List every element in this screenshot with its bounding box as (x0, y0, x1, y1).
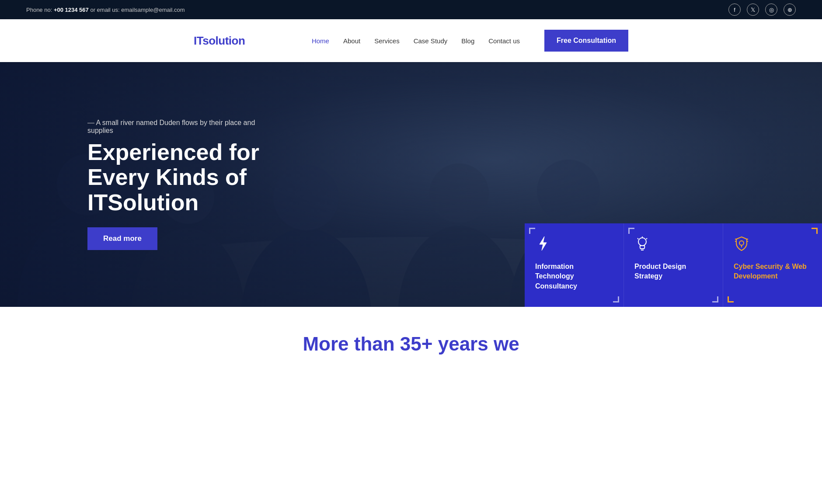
corner-decoration-br (613, 296, 619, 302)
bottom-heading-highlight: 35+ (400, 333, 433, 355)
hero-subtitle: A small river named Duden flows by their… (87, 119, 271, 135)
top-bar: Phone no: +00 1234 567 or email us: emai… (0, 0, 822, 19)
bulb-icon (634, 236, 712, 255)
hero-title-line2: Every Kinds of ITSolution (87, 164, 247, 215)
corner-decoration-tl2 (628, 228, 634, 234)
corner-decoration (529, 228, 535, 234)
email-link[interactable]: emailsample@email.com (121, 7, 185, 13)
twitter-icon[interactable]: 𝕏 (747, 3, 759, 16)
instagram-icon[interactable]: ◎ (765, 3, 777, 16)
service-card-title-2: Product Design Strategy (634, 262, 712, 282)
hero-title-line1: Experienced for (87, 139, 259, 165)
phone-number: +00 1234 567 (54, 7, 89, 13)
bottom-teaser-section: More than 35+ years we (0, 307, 822, 372)
svg-line-17 (637, 238, 638, 239)
nav-case-study[interactable]: Case Study (414, 37, 448, 45)
social-links: f 𝕏 ◎ ⊕ (728, 3, 796, 16)
bottom-heading-post: years we (432, 333, 519, 355)
read-more-button[interactable]: Read more (87, 227, 157, 250)
nav-blog[interactable]: Blog (461, 37, 474, 45)
email-label: or email us: (90, 7, 119, 13)
contact-info: Phone no: +00 1234 567 or email us: emai… (26, 7, 185, 13)
service-cards: Information Technology Consultancy Prod (525, 223, 822, 307)
service-card-title-1: Information Technology Consultancy (535, 262, 613, 291)
logo-highlight: IT (194, 34, 202, 47)
nav-links: Home About Services Case Study Blog Cont… (312, 30, 628, 52)
hero-content: A small river named Duden flows by their… (0, 84, 271, 285)
nav-home[interactable]: Home (312, 37, 329, 45)
svg-line-16 (646, 238, 647, 239)
logo-text: solution (202, 34, 245, 47)
bottom-heading-pre: More than (303, 333, 400, 355)
bottom-heading: More than 35+ years we (9, 333, 813, 355)
service-card-product-design[interactable]: Product Design Strategy (624, 223, 723, 307)
nav-services[interactable]: Services (374, 37, 400, 45)
shield-icon (734, 236, 812, 255)
hero-title: Experienced for Every Kinds of ITSolutio… (87, 140, 271, 215)
logo[interactable]: ITsolution (194, 34, 245, 48)
corner-decoration-br2 (712, 296, 718, 302)
service-card-info-tech[interactable]: Information Technology Consultancy (525, 223, 624, 307)
svg-point-12 (638, 238, 646, 246)
phone-label: Phone no: (26, 7, 52, 13)
hero-section: A small river named Duden flows by their… (0, 62, 822, 307)
nav-contact[interactable]: Contact us (488, 37, 520, 45)
service-card-cyber[interactable]: Cyber Security & Web Development (723, 223, 822, 307)
free-consultation-button[interactable]: Free Consultation (544, 30, 628, 52)
navbar: ITsolution Home About Services Case Stud… (0, 19, 822, 62)
corner-orange-bl (728, 296, 734, 302)
dribbble-icon[interactable]: ⊕ (784, 3, 796, 16)
nav-about[interactable]: About (343, 37, 360, 45)
corner-orange-tr (812, 228, 818, 234)
bolt-icon (535, 236, 613, 255)
svg-point-18 (739, 241, 744, 245)
service-card-title-3: Cyber Security & Web Development (734, 262, 812, 282)
facebook-icon[interactable]: f (728, 3, 741, 16)
nav-inner: ITsolution Home About Services Case Stud… (181, 24, 641, 58)
svg-marker-11 (540, 236, 547, 250)
